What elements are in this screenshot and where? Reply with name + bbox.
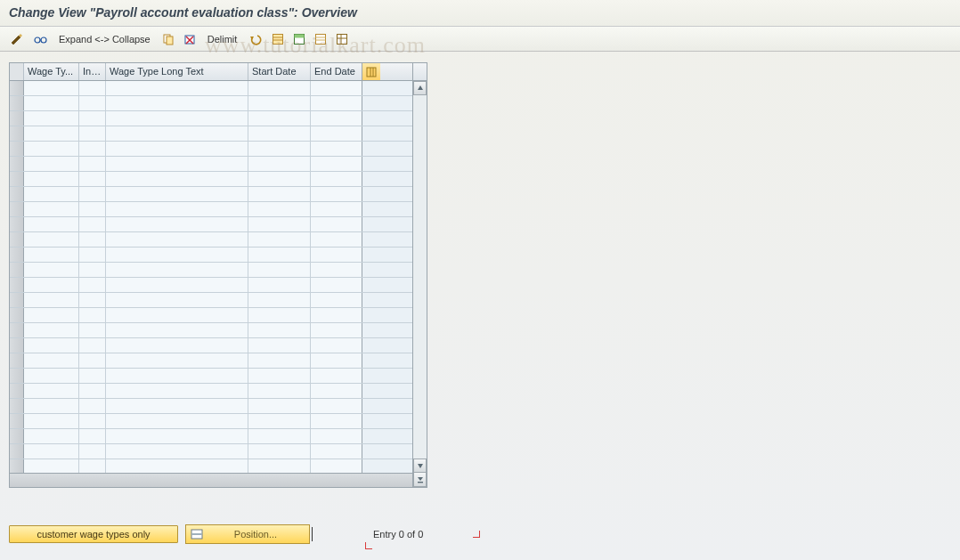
table-row[interactable]	[10, 263, 412, 278]
table-row[interactable]	[10, 429, 412, 444]
svg-rect-24	[191, 533, 202, 535]
page-title: Change View "Payroll account evaluation …	[9, 5, 357, 20]
svg-rect-22	[418, 482, 423, 483]
col-inf[interactable]: Inf...	[79, 63, 106, 80]
delete-selected-icon[interactable]	[181, 30, 199, 48]
table-row[interactable]	[10, 96, 412, 111]
table-row[interactable]	[10, 111, 412, 126]
table-row[interactable]	[10, 369, 412, 384]
expand-collapse-button[interactable]: Expand <-> Collapse	[53, 32, 156, 46]
table-settings-icon[interactable]	[333, 30, 351, 48]
delimit-button[interactable]: Delimit	[202, 32, 243, 46]
scroll-end-icon[interactable]	[413, 473, 427, 487]
col-wage-type-long[interactable]: Wage Type Long Text	[106, 63, 248, 80]
table-row[interactable]	[10, 384, 412, 399]
position-icon	[190, 527, 204, 541]
text-cursor	[312, 527, 313, 541]
table-row[interactable]	[10, 459, 412, 473]
svg-rect-8	[273, 34, 283, 44]
scroll-up-icon[interactable]	[413, 81, 427, 95]
position-label: Position...	[209, 529, 302, 540]
table-row[interactable]	[10, 126, 412, 142]
copy-icon[interactable]	[159, 30, 177, 48]
table-row[interactable]	[10, 248, 412, 263]
svg-rect-13	[316, 34, 326, 44]
table-row[interactable]	[10, 232, 412, 248]
svg-point-1	[41, 37, 46, 43]
title-bar: Change View "Payroll account evaluation …	[0, 0, 960, 27]
table-row[interactable]	[10, 399, 412, 414]
table-row[interactable]	[10, 187, 412, 202]
svg-point-0	[35, 37, 40, 43]
table-row[interactable]	[10, 353, 412, 369]
select-all-column[interactable]	[10, 63, 24, 80]
undo-icon[interactable]	[246, 30, 265, 48]
svg-rect-12	[295, 34, 305, 37]
svg-rect-19	[367, 68, 376, 77]
table-body	[10, 81, 412, 473]
select-block-icon[interactable]	[290, 30, 308, 48]
selection-bracket-bottom	[365, 542, 372, 549]
table-row[interactable]	[10, 323, 412, 338]
table-row[interactable]	[10, 142, 412, 157]
data-table: Wage Ty... Inf... Wage Type Long Text St…	[9, 62, 427, 488]
selection-bracket-top	[473, 531, 480, 538]
bottom-bar: customer wage types only Position... Ent…	[9, 524, 951, 544]
table-row[interactable]	[10, 338, 412, 353]
table-row[interactable]	[10, 157, 412, 172]
table-row[interactable]	[10, 217, 412, 232]
customer-wage-types-button[interactable]: customer wage types only	[9, 525, 178, 543]
configure-columns-icon[interactable]	[362, 63, 380, 80]
deselect-all-icon[interactable]	[312, 30, 329, 48]
position-button[interactable]: Position...	[185, 524, 310, 544]
table-row[interactable]	[10, 444, 412, 459]
select-all-icon[interactable]	[269, 30, 287, 48]
entry-count: Entry 0 of 0	[373, 529, 423, 540]
main-area: Wage Ty... Inf... Wage Type Long Text St…	[0, 52, 960, 497]
table-row[interactable]	[10, 293, 412, 308]
vertical-scrollbar[interactable]	[412, 63, 427, 487]
table-row[interactable]	[10, 202, 412, 217]
pencil-toggle-icon[interactable]	[7, 30, 27, 48]
table-row[interactable]	[10, 172, 412, 187]
app-toolbar: Expand <-> Collapse Delimit	[0, 27, 960, 52]
table-row[interactable]	[10, 414, 412, 429]
table-row[interactable]	[10, 81, 412, 96]
col-end-date[interactable]: End Date	[311, 63, 362, 80]
glasses-icon[interactable]	[30, 30, 50, 48]
table-header: Wage Ty... Inf... Wage Type Long Text St…	[10, 63, 412, 81]
table-row[interactable]	[10, 308, 412, 323]
col-start-date[interactable]: Start Date	[248, 63, 311, 80]
table-footer-bar	[10, 473, 412, 487]
scroll-track[interactable]	[413, 95, 427, 459]
svg-rect-16	[338, 34, 347, 44]
table-row[interactable]	[10, 278, 412, 293]
col-wage-type[interactable]: Wage Ty...	[24, 63, 79, 80]
svg-rect-4	[167, 37, 173, 45]
scroll-down-icon[interactable]	[413, 459, 427, 473]
